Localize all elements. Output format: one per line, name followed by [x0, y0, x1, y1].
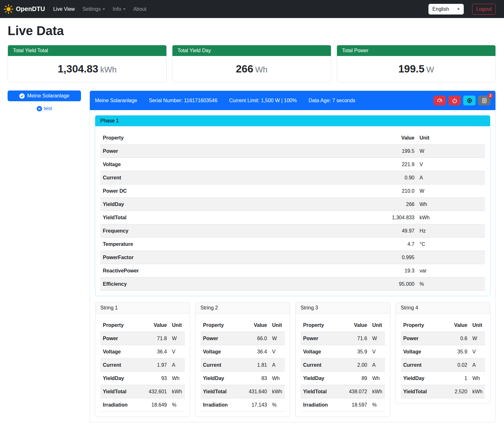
value-cell: 71.8 [139, 332, 170, 345]
property-cell: Temperature [100, 238, 290, 251]
table-row: Efficiency 95.000 % [100, 277, 485, 291]
value-cell: 4.7 [290, 238, 417, 251]
unit-cell: % [170, 398, 185, 412]
string-4-card: String 4 Property Value Unit [395, 302, 491, 404]
string-1-card: String 1 Property Value Unit [95, 302, 190, 417]
property-cell: YieldTotal [401, 385, 443, 398]
value-cell: 1,304.833 [290, 211, 417, 224]
event-log-button[interactable]: 2 [478, 96, 490, 105]
nav-info-dropdown[interactable]: Info [109, 4, 129, 15]
inverter-item-label: Meine Solaranlage [27, 93, 69, 99]
value-cell: 1 [443, 372, 470, 385]
inverter-name: Meine Solaranlage [95, 98, 137, 103]
unit-cell: % [270, 398, 285, 412]
nav-settings-dropdown[interactable]: Settings [78, 4, 109, 15]
table-row: YieldTotal 431.640 kWh [201, 385, 285, 398]
nav-about[interactable]: About [129, 4, 150, 15]
value-cell: 199.5 [290, 145, 417, 158]
value-cell: 17.143 [239, 398, 270, 412]
chevron-down-icon [457, 9, 460, 10]
property-cell: YieldDay [100, 198, 290, 211]
table-row: Power DC 210.0 W [100, 184, 485, 198]
navbar: OpenDTU Live View Settings Info About En… [0, 0, 504, 18]
nav-info-label: Info [113, 6, 121, 12]
value-cell: 438.072 [339, 385, 370, 398]
unit-cell: kWh [470, 385, 485, 398]
value-cell: 432.601 [139, 385, 170, 398]
unit-cell: V [417, 158, 485, 171]
unit-cell: Wh [470, 372, 485, 385]
power-control-button[interactable] [448, 96, 461, 105]
inverter-item-test[interactable]: test [8, 106, 81, 111]
value-cell: 210.0 [290, 184, 417, 198]
inverter-card: Meine Solaranlage Serial Number: 1161716… [90, 90, 496, 422]
inverter-item-selected[interactable]: Meine Solaranlage [8, 90, 81, 101]
unit-cell: °C [417, 238, 485, 251]
nav-live-view[interactable]: Live View [49, 4, 78, 15]
card-unit: W [426, 65, 434, 74]
table-row: Power 71.6 W [301, 332, 385, 345]
table-header-row: Property Value Unit [301, 319, 385, 332]
cpu-icon [467, 98, 472, 103]
unit-cell: var [417, 264, 485, 277]
value-cell: 1.81 [239, 358, 270, 372]
logout-button[interactable]: Logout [472, 4, 496, 15]
unit-cell: V [170, 345, 185, 358]
unit-cell: A [470, 358, 485, 372]
table-row: Voltage 35.9 V [301, 345, 385, 358]
card-unit: Wh [255, 65, 268, 74]
unit-cell: kWh [370, 385, 385, 398]
caret-down-icon [103, 9, 105, 10]
unit-cell: % [370, 398, 385, 412]
table-row: ReactivePower 19.3 var [100, 264, 485, 277]
property-cell: Current [301, 358, 339, 372]
property-cell: Efficiency [100, 277, 290, 291]
unit-cell: kWh [417, 211, 485, 224]
brand-link[interactable]: OpenDTU [4, 4, 45, 14]
value-cell: 35.9 [443, 345, 470, 358]
column-header-property: Property [301, 319, 339, 332]
language-select[interactable]: English [428, 4, 464, 15]
value-cell: 93 [139, 372, 170, 385]
property-cell: Current [100, 358, 139, 372]
phase-title: Phase 1 [95, 115, 490, 126]
table-row: YieldDay 83 Wh [201, 372, 285, 385]
card-title: Total Power [337, 45, 495, 56]
value-cell: 0.6 [443, 332, 470, 345]
unit-cell: Hz [417, 224, 485, 238]
column-header-value: Value [290, 131, 417, 145]
table-header-row: Property Value Unit [401, 319, 485, 332]
unit-cell: W [270, 332, 285, 345]
value-cell: 2.00 [339, 358, 370, 372]
live-data-page: Live Data Total Yield Total 1,304.83kWh … [0, 24, 504, 430]
property-cell: YieldDay [401, 372, 443, 385]
property-cell: Voltage [401, 345, 443, 358]
table-row: YieldTotal 1,304.833 kWh [100, 211, 485, 224]
strings-row: String 1 Property Value Unit [95, 302, 490, 417]
table-header-row: Property Value Unit [100, 319, 185, 332]
property-cell: Power [100, 332, 139, 345]
unit-cell [417, 251, 485, 264]
property-cell: Current [401, 358, 443, 372]
property-cell: YieldDay [201, 372, 240, 385]
unit-cell: Wh [270, 372, 285, 385]
inverter-serial: Serial Number: 116171603546 [149, 98, 217, 103]
table-row: Power 71.8 W [100, 332, 185, 345]
string-card-title: String 2 [196, 302, 290, 314]
column-header-property: Property [100, 319, 139, 332]
property-cell: Power [201, 332, 240, 345]
property-cell: Frequency [100, 224, 290, 238]
unit-cell: A [170, 358, 185, 372]
main-nav: Live View Settings Info About [49, 4, 150, 15]
table-row: YieldDay 89 Wh [301, 372, 385, 385]
x-circle-icon [37, 106, 42, 111]
card-title: Total Yield Total [8, 45, 166, 56]
string-3-card: String 3 Property Value Unit [295, 302, 390, 417]
string-table: Property Value Unit Power [401, 319, 485, 398]
language-label: English [432, 6, 449, 12]
device-info-button[interactable] [463, 96, 476, 105]
unit-cell: W [417, 145, 485, 158]
table-row: Voltage 221.9 V [100, 158, 485, 171]
property-cell: Voltage [100, 345, 139, 358]
limit-settings-button[interactable] [433, 96, 446, 105]
